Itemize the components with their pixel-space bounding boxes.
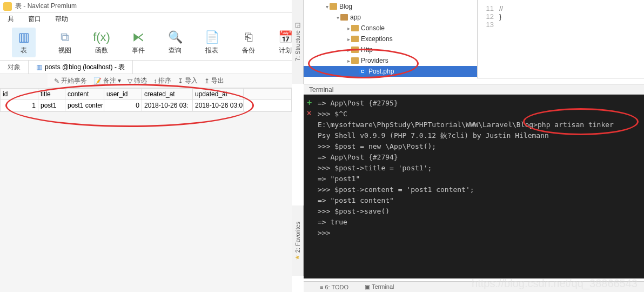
chevron-icon: ▸: [346, 25, 351, 31]
cell-id[interactable]: 1: [1, 100, 38, 111]
document-tabs: 对象 ▥ posts @blog (localhost) - 表: [0, 60, 292, 74]
table-toolbar: ✎开始事务📝备注 ▾▽筛选↕排序↧导入↥导出: [48, 74, 292, 88]
folder-icon: [351, 25, 359, 31]
watermark: https://blog.csdn.net/qq_38866543: [472, 277, 638, 290]
tab-objects[interactable]: 对象: [0, 61, 29, 74]
table-icon: ▥: [36, 63, 42, 71]
tree-item-post-php[interactable]: CPost.php: [304, 66, 477, 77]
folder-icon: [330, 3, 337, 10]
col-title[interactable]: title: [38, 89, 65, 99]
col-user-id[interactable]: user_id: [104, 89, 142, 99]
ribbon-事件[interactable]: ⧔事件: [131, 28, 146, 57]
col-created-at[interactable]: created_at: [142, 89, 193, 99]
ribbon-icon: f(x): [94, 30, 109, 45]
chevron-icon: ▸: [346, 47, 351, 53]
grid-header: id title content user_id created_at upda…: [1, 89, 291, 100]
ribbon-toolbar: ▥表⧉视图f(x)函数⧔事件🔍查询📄报表⎗备份📅计划: [0, 25, 292, 60]
toolbar-btn[interactable]: ↕排序: [153, 76, 171, 85]
structure-icon: ◱: [294, 23, 301, 28]
ribbon-icon: ▥: [16, 30, 31, 45]
table-row[interactable]: 1 post1 post1 conter 0 2018-10-26 03: 20…: [1, 100, 291, 111]
window-title: 表 - Navicat Premium: [15, 2, 77, 11]
ribbon-计划[interactable]: 📅计划: [278, 28, 293, 57]
code-area[interactable]: // }: [499, 4, 503, 78]
ribbon-icon: ⧉: [57, 30, 72, 45]
data-grid: id title content user_id created_at upda…: [0, 88, 292, 112]
tree-item-console[interactable]: ▸Console: [304, 23, 477, 34]
ribbon-备份[interactable]: ⎗备份: [241, 28, 256, 57]
structure-tool-tab[interactable]: 7: Structure ◱: [292, 0, 304, 84]
col-id[interactable]: id: [1, 89, 38, 99]
ribbon-icon: ⧔: [131, 30, 146, 45]
ribbon-表[interactable]: ▥表: [12, 28, 36, 57]
ribbon-函数[interactable]: f(x)函数: [94, 28, 109, 57]
class-file-icon: C: [359, 68, 366, 75]
folder-icon: [351, 57, 359, 64]
col-updated-at[interactable]: updated_at: [193, 89, 244, 99]
toolbar-btn[interactable]: ↧导入: [178, 76, 198, 85]
window-title-bar: 表 - Navicat Premium: [0, 0, 292, 13]
line-gutter: 111213: [478, 4, 499, 78]
toolbar-btn[interactable]: ✎开始事务: [54, 76, 87, 85]
menu-tools[interactable]: 具: [8, 15, 14, 24]
menu-bar: 具 窗口 帮助: [0, 13, 292, 25]
toolbar-btn[interactable]: ↥导出: [204, 76, 224, 85]
ribbon-视图[interactable]: ⧉视图: [57, 28, 72, 57]
chevron-icon: ▾: [335, 15, 340, 21]
cell-created-at[interactable]: 2018-10-26 03:: [142, 100, 193, 111]
cell-title[interactable]: post1: [38, 100, 65, 111]
chevron-icon: ▾: [324, 4, 330, 10]
folder-icon: [351, 47, 359, 53]
cell-updated-at[interactable]: 2018-10-26 03:0: [193, 100, 244, 111]
star-icon: ★: [294, 255, 301, 260]
new-terminal-icon[interactable]: +: [307, 98, 312, 108]
code-editor[interactable]: 111213 // }: [478, 0, 644, 78]
chevron-icon: ▸: [346, 36, 351, 42]
navicat-pane: 表 - Navicat Premium 具 窗口 帮助 ▥表⧉视图f(x)函数⧔…: [0, 0, 292, 292]
cell-content[interactable]: post1 conter: [65, 100, 104, 111]
folder-icon: [351, 36, 359, 42]
tab-posts-table[interactable]: ▥ posts @blog (localhost) - 表: [29, 61, 133, 74]
tree-item-app[interactable]: ▾app: [304, 12, 477, 23]
tab-todo[interactable]: ≡ 6: TODO: [320, 284, 348, 290]
ribbon-报表[interactable]: 📄报表: [204, 28, 219, 57]
folder-icon: [340, 14, 348, 21]
tree-item-blog[interactable]: ▾Blog: [304, 1, 477, 12]
menu-help[interactable]: 帮助: [55, 15, 68, 24]
col-content[interactable]: content: [65, 89, 104, 99]
toolbar-btn[interactable]: ▽筛选: [128, 76, 147, 85]
ribbon-icon: 📄: [204, 30, 219, 45]
chevron-icon: ▸: [346, 58, 351, 64]
close-terminal-icon[interactable]: ×: [307, 109, 311, 117]
ribbon-icon: ⎗: [241, 30, 256, 45]
cell-user-id[interactable]: 0: [104, 100, 142, 111]
navicat-app-icon: [3, 2, 12, 11]
ribbon-icon: 🔍: [167, 30, 183, 45]
terminal-header[interactable]: Terminal: [304, 84, 644, 95]
ide-pane: 7: Structure ◱ ★ 2: Favorites ▾Blog▾app▸…: [292, 0, 644, 292]
tree-item-exceptions[interactable]: ▸Exceptions: [304, 34, 477, 44]
tab-terminal[interactable]: ▣ Terminal: [365, 283, 394, 290]
menu-window[interactable]: 窗口: [28, 15, 41, 24]
toolbar-btn[interactable]: 📝备注 ▾: [93, 76, 121, 85]
favorites-tool-tab[interactable]: ★ 2: Favorites: [292, 205, 304, 276]
ribbon-icon: 📅: [278, 30, 293, 45]
terminal-output[interactable]: => App\Post {#2795} >>> $^C E:\mysoftwar…: [304, 95, 644, 278]
tree-item-http[interactable]: ▸Http: [304, 44, 477, 55]
ribbon-查询[interactable]: 🔍查询: [167, 28, 183, 57]
tree-item-providers[interactable]: ▸Providers: [304, 55, 477, 66]
project-tree: ▾Blog▾app▸Console▸Exceptions▸Http▸Provid…: [304, 0, 478, 78]
